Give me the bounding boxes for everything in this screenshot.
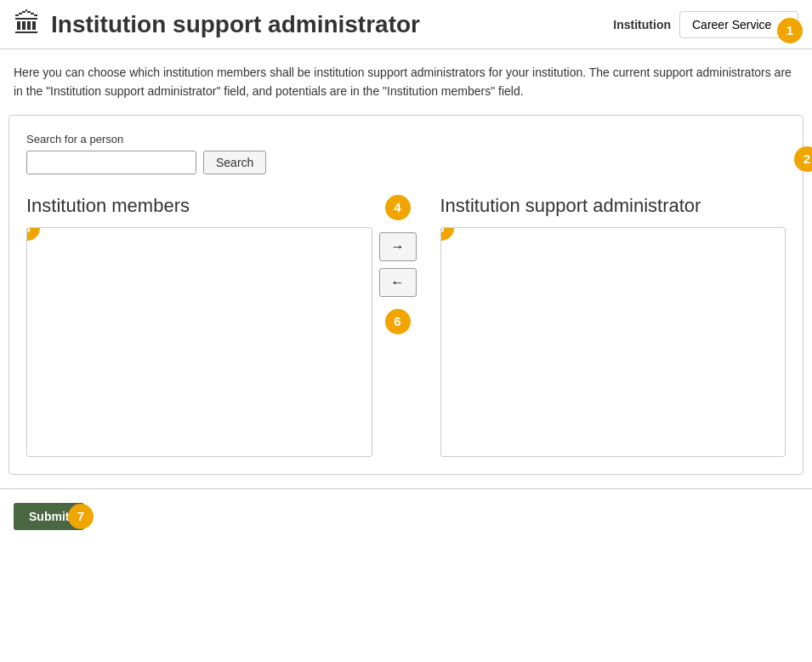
search-section: Search for a person Search 2 bbox=[26, 133, 786, 174]
institution-label: Institution bbox=[613, 18, 671, 31]
transfer-backward-button[interactable]: ← bbox=[379, 268, 417, 297]
left-column: Institution members 3 bbox=[26, 195, 372, 457]
badge-5: 5 bbox=[440, 227, 454, 241]
institution-icon: 🏛 bbox=[14, 9, 41, 40]
main-content: Search for a person Search 2 Institution… bbox=[9, 115, 803, 475]
badge-1: 1 bbox=[777, 18, 803, 43]
badge-2: 2 bbox=[794, 146, 812, 172]
page-title: Institution support administrator bbox=[51, 11, 420, 38]
institution-support-admin-listbox[interactable]: 5 bbox=[440, 227, 786, 457]
institution-members-title: Institution members bbox=[26, 195, 372, 217]
badge-6: 6 bbox=[385, 309, 411, 334]
footer: Submit 7 bbox=[0, 488, 812, 544]
transfer-forward-button[interactable]: → bbox=[379, 232, 417, 261]
search-label: Search for a person bbox=[26, 133, 786, 146]
header-left: 🏛 Institution support administrator bbox=[14, 9, 420, 40]
transfer-area: 4 → ← 6 bbox=[372, 229, 423, 300]
right-column: Institution support administrator 5 bbox=[440, 195, 786, 457]
search-button[interactable]: Search bbox=[203, 151, 266, 174]
header: 🏛 Institution support administrator Inst… bbox=[0, 0, 812, 49]
header-right: Institution Career Service 1 bbox=[613, 11, 798, 38]
search-input[interactable] bbox=[26, 151, 196, 174]
badge-4: 4 bbox=[385, 195, 411, 220]
institution-support-admin-title: Institution support administrator bbox=[440, 195, 786, 217]
description-text: Here you can choose which institution me… bbox=[0, 49, 812, 115]
badge-7: 7 bbox=[68, 504, 94, 529]
columns-wrapper: Institution members 3 4 → ← 6 Institutio… bbox=[26, 195, 786, 457]
institution-members-listbox[interactable]: 3 bbox=[26, 227, 372, 457]
badge-3: 3 bbox=[26, 227, 40, 241]
search-row: Search 2 bbox=[26, 151, 786, 174]
